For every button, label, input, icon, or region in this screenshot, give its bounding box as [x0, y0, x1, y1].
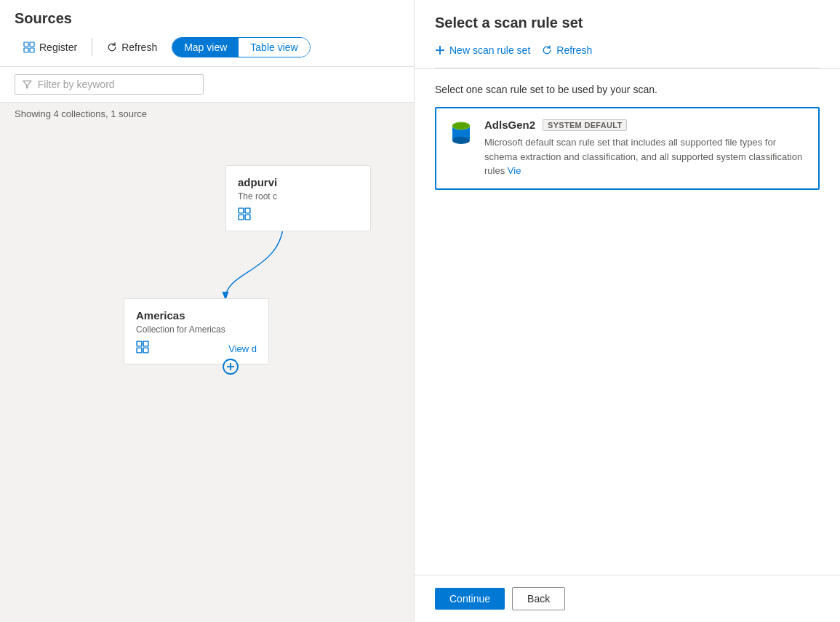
right-footer: Continue Back — [415, 575, 840, 622]
add-collection-button[interactable] — [222, 358, 239, 380]
left-refresh-label: Refresh — [121, 41, 157, 53]
adpurvi-grid-icon[interactable] — [238, 207, 251, 223]
back-button[interactable]: Back — [512, 587, 565, 610]
adpurvi-subtitle: The root c — [238, 191, 359, 202]
table-view-button[interactable]: Table view — [239, 38, 309, 57]
map-view-button[interactable]: Map view — [172, 38, 239, 57]
left-refresh-icon — [107, 42, 117, 52]
new-scan-label: New scan rule set — [449, 44, 530, 56]
svg-rect-1 — [30, 42, 34, 47]
filter-bar — [0, 67, 414, 103]
svg-rect-12 — [143, 348, 148, 353]
left-panel: Sources Register Refresh Ma — [0, 0, 415, 622]
svg-rect-5 — [239, 208, 244, 213]
left-toolbar: Register Refresh Map view Table view — [15, 37, 399, 57]
svg-rect-8 — [245, 215, 250, 220]
map-area: adpurvi The root c Americas Collection f… — [0, 125, 414, 622]
new-scan-rule-button[interactable]: New scan rule set — [435, 41, 530, 59]
right-header: Select a scan rule set New scan rule set… — [415, 0, 840, 69]
americas-subtitle: Collection for Americas — [136, 324, 257, 335]
svg-rect-11 — [137, 348, 142, 353]
rule-set-name-row: AdlsGen2 SYSTEM DEFAULT — [484, 119, 807, 131]
svg-rect-6 — [245, 208, 250, 213]
right-refresh-button[interactable]: Refresh — [542, 41, 592, 59]
filter-input[interactable] — [38, 79, 196, 90]
americas-title: Americas — [136, 309, 257, 322]
continue-button[interactable]: Continue — [435, 588, 505, 610]
svg-rect-10 — [143, 341, 148, 346]
plus-icon — [435, 45, 445, 55]
rule-set-content: AdlsGen2 SYSTEM DEFAULT Microsoft defaul… — [484, 119, 807, 178]
rule-set-card[interactable]: AdlsGen2 SYSTEM DEFAULT Microsoft defaul… — [435, 107, 820, 190]
showing-text: Showing 4 collections, 1 source — [0, 103, 414, 125]
svg-rect-2 — [24, 48, 28, 52]
adpurvi-title: adpurvi — [238, 176, 359, 188]
right-refresh-icon — [542, 45, 552, 55]
view-details-link[interactable]: Vie — [508, 165, 521, 176]
svg-rect-9 — [137, 341, 142, 346]
right-refresh-label: Refresh — [556, 44, 592, 56]
rule-set-description: Microsoft default scan rule set that inc… — [484, 135, 807, 178]
right-body: Select one scan rule set to be used by y… — [415, 69, 840, 575]
americas-node: Americas Collection for Americas View d — [124, 298, 269, 364]
instruction-text: Select one scan rule set to be used by y… — [435, 84, 820, 95]
americas-grid-icon[interactable] — [136, 340, 149, 356]
adls-icon — [448, 119, 474, 145]
toolbar-divider — [92, 39, 92, 56]
svg-rect-3 — [30, 48, 34, 52]
right-title: Select a scan rule set — [435, 15, 820, 31]
svg-rect-7 — [239, 215, 244, 220]
rule-set-name: AdlsGen2 — [484, 119, 535, 131]
americas-view-link[interactable]: View d — [228, 343, 257, 354]
view-toggle: Map view Table view — [172, 37, 311, 57]
right-panel: Select a scan rule set New scan rule set… — [415, 0, 840, 622]
left-refresh-button[interactable]: Refresh — [98, 37, 166, 57]
adpurvi-node: adpurvi The root c — [225, 165, 371, 231]
filter-icon — [23, 79, 32, 89]
sources-title: Sources — [15, 10, 399, 27]
register-label: Register — [39, 41, 77, 53]
register-icon — [23, 41, 35, 53]
right-toolbar: New scan rule set Refresh — [435, 41, 820, 68]
system-default-badge: SYSTEM DEFAULT — [543, 119, 627, 131]
adpurvi-icons — [238, 207, 359, 223]
register-button[interactable]: Register — [15, 37, 86, 57]
svg-point-20 — [452, 137, 470, 144]
americas-icons: View d — [136, 340, 257, 356]
svg-marker-4 — [23, 81, 31, 88]
svg-rect-0 — [24, 42, 28, 47]
left-header: Sources Register Refresh Ma — [0, 0, 414, 67]
filter-input-wrap[interactable] — [15, 74, 204, 95]
